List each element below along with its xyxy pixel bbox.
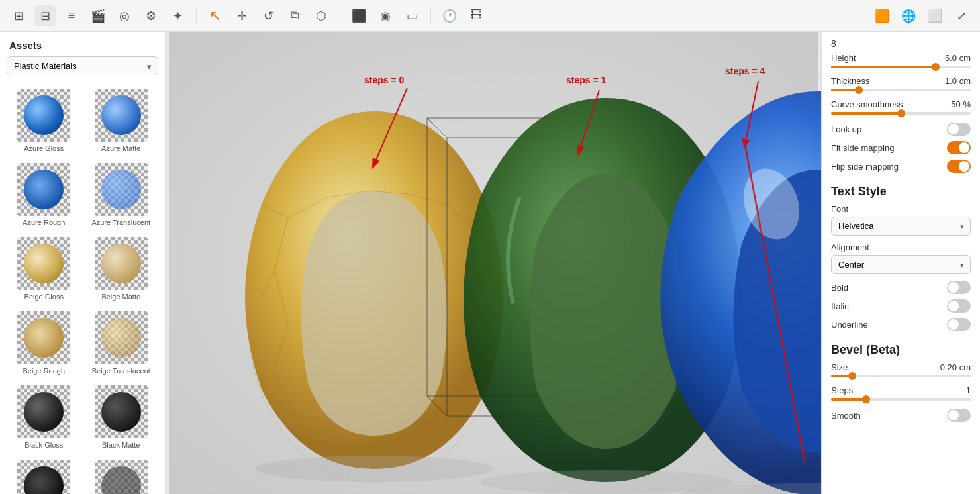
boolean-icon[interactable]: ◉ <box>375 5 396 26</box>
size-slider[interactable] <box>831 375 971 377</box>
annotation-steps0: steps = 0 <box>364 75 405 85</box>
material-icon[interactable]: 🟧 <box>871 5 893 26</box>
asset-thumb <box>17 385 70 438</box>
list-item[interactable]: Beige Gloss <box>7 233 81 305</box>
sphere-preview <box>101 244 141 283</box>
toggle-knob <box>948 124 959 134</box>
fit-side-label: Fit side mapping <box>831 143 894 153</box>
font-label: Font <box>831 204 971 214</box>
smooth-row: Smooth <box>831 409 971 422</box>
settings-icon[interactable]: ⚙ <box>140 5 162 26</box>
fit-side-toggle[interactable] <box>947 141 971 154</box>
font-select[interactable]: Helvetica Arial Times New Roman Courier <box>831 217 971 236</box>
curve-slider[interactable] <box>831 112 971 115</box>
scale-icon[interactable]: ⧉ <box>284 5 305 26</box>
thickness-slider[interactable] <box>831 89 971 91</box>
alignment-select[interactable]: Left Center Right <box>831 255 971 274</box>
surface-icon[interactable]: ▭ <box>401 5 422 26</box>
target-icon[interactable]: ◎ <box>114 5 135 26</box>
list-item[interactable]: Beige Matte <box>84 233 159 305</box>
curve-fill <box>831 112 901 115</box>
list-item[interactable]: Azure Rough <box>7 159 81 230</box>
list-item[interactable]: Beige Translucent <box>84 307 159 379</box>
toggle-knob <box>959 142 969 153</box>
underline-toggle[interactable] <box>947 318 971 331</box>
rotate-icon[interactable]: ↺ <box>258 5 279 26</box>
annotation-steps4: steps = 4 <box>725 66 765 76</box>
asset-label: Beige Rough <box>23 367 65 375</box>
height-slider[interactable] <box>831 66 971 68</box>
light-icon[interactable]: ✦ <box>167 5 188 26</box>
steps-slider[interactable] <box>831 398 971 401</box>
export-icon[interactable]: ⬜ <box>924 5 946 26</box>
flip-side-toggle[interactable] <box>947 160 971 173</box>
size-thumb[interactable] <box>848 372 856 380</box>
asset-label: Beige Matte <box>101 293 140 301</box>
thickness-thumb[interactable] <box>855 86 863 94</box>
svg-line-14 <box>745 81 758 144</box>
camera-icon[interactable]: 🎬 <box>87 5 109 26</box>
list-item[interactable]: Azure Gloss <box>7 85 81 156</box>
list-item[interactable]: Black Gloss <box>7 381 81 453</box>
height-thumb[interactable] <box>932 63 940 71</box>
font-dropdown[interactable]: Helvetica Arial Times New Roman Courier <box>831 217 971 236</box>
assets-title: Assets <box>0 32 165 56</box>
asset-thumb <box>95 237 148 290</box>
thickness-value: 1.0 cm <box>945 76 971 86</box>
asset-thumb <box>17 311 70 364</box>
height-label: Height <box>831 53 856 63</box>
sep3 <box>430 8 431 24</box>
material-dropdown[interactable]: Plastic Materials Metal Materials Glass … <box>7 56 158 75</box>
svg-point-9 <box>480 470 732 494</box>
extrude-icon[interactable]: ⬛ <box>348 5 369 26</box>
smooth-toggle[interactable] <box>947 409 971 422</box>
sequence-icon[interactable]: 🎞 <box>466 5 487 26</box>
italic-toggle[interactable] <box>947 299 971 313</box>
asset-label: Beige Gloss <box>24 293 64 301</box>
toolbar-right: 🟧 🌐 ⬜ ⤢ <box>871 5 972 26</box>
torus-blue <box>660 91 821 494</box>
look-up-toggle[interactable] <box>947 123 971 136</box>
toggle-knob <box>959 161 969 172</box>
svg-line-15 <box>745 144 805 462</box>
main-layout: Assets Plastic Materials Metal Materials… <box>0 32 980 494</box>
node-icon[interactable]: ⬡ <box>311 5 332 26</box>
curve-row: Curve smoothness 50 % <box>831 99 971 109</box>
annotation-steps1: steps = 1 <box>566 75 607 85</box>
move-icon[interactable]: ✛ <box>231 5 252 26</box>
flip-side-label: Flip side mapping <box>831 162 899 172</box>
apps-icon[interactable]: ⊞ <box>8 5 29 26</box>
height-fill <box>831 66 936 68</box>
steps-thumb[interactable] <box>862 395 870 403</box>
history-icon[interactable]: 🕐 <box>439 5 460 26</box>
svg-point-11 <box>679 483 821 494</box>
list-item[interactable]: Black Rough <box>7 456 81 494</box>
steps-value: 1 <box>966 385 971 395</box>
asset-label: Beige Translucent <box>92 367 150 375</box>
sphere-preview <box>24 318 64 358</box>
render-icon[interactable]: 🌐 <box>898 5 919 26</box>
curve-thumb[interactable] <box>897 109 905 117</box>
list-item[interactable]: Beige Rough <box>7 307 81 379</box>
menu-icon[interactable]: ≡ <box>61 5 82 26</box>
asset-label: Azure Matte <box>101 144 140 152</box>
sphere-preview <box>24 392 64 432</box>
asset-label: Black Matte <box>102 441 140 449</box>
expand-icon[interactable]: ⤢ <box>951 5 972 26</box>
svg-rect-0 <box>169 32 818 494</box>
list-item[interactable]: Azure Translucent <box>84 159 159 230</box>
underline-row: Underline <box>831 318 971 331</box>
asset-thumb <box>95 385 148 438</box>
alignment-dropdown[interactable]: Left Center Right <box>831 255 971 274</box>
list-item[interactable]: Black Translucent <box>84 456 159 494</box>
bold-toggle[interactable] <box>947 281 971 294</box>
look-up-row: Look up <box>831 123 971 136</box>
viewport-canvas[interactable]: steps = 0 steps = 1 steps = 4 <box>166 32 821 494</box>
material-select[interactable]: Plastic Materials Metal Materials Glass … <box>7 56 158 75</box>
size-row: Size 0.20 cm <box>831 362 971 372</box>
cursor-icon[interactable]: ↖ <box>205 5 226 26</box>
grid-icon[interactable]: ⊟ <box>34 5 56 26</box>
toggle-knob <box>948 301 959 311</box>
list-item[interactable]: Black Matte <box>84 381 159 453</box>
list-item[interactable]: Azure Matte <box>84 85 159 156</box>
